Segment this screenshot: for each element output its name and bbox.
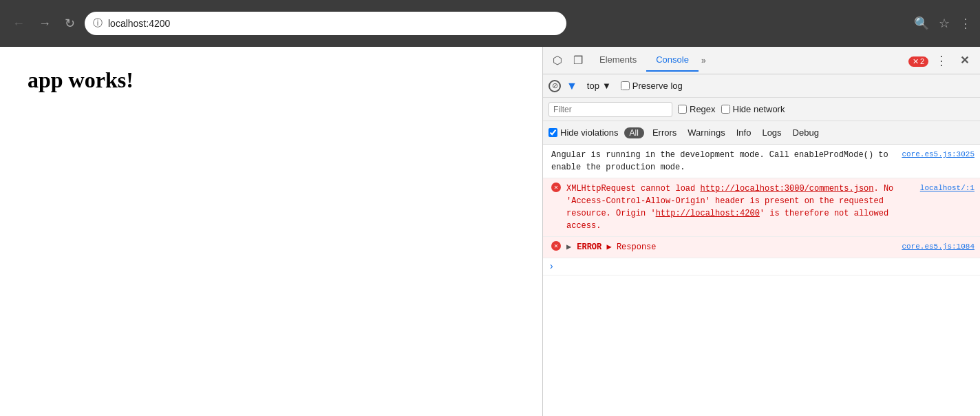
element-picker-button[interactable]: ⬡: [548, 51, 566, 70]
console-toolbar-row1: ⊘ ▼ top ▼ Preserve log: [543, 74, 980, 98]
error-response-source[interactable]: core.es5.js:1084: [902, 241, 974, 253]
angular-info-source[interactable]: core.es5.js:3025: [902, 149, 974, 160]
reload-button[interactable]: ↻: [61, 14, 79, 32]
angular-info-text: Angular is running in the development mo…: [551, 149, 896, 174]
hide-violations-checkbox[interactable]: [548, 128, 557, 137]
logs-filter-button[interactable]: Logs: [759, 126, 784, 139]
all-levels-badge[interactable]: All: [624, 127, 644, 138]
devtools-panel: ⬡ ❐ Elements Console » ✕2 ⋮ ✕ ⊘ ▼: [542, 47, 980, 416]
devtools-more-button[interactable]: ⋮: [931, 50, 952, 71]
regex-checkbox-label[interactable]: Regex: [678, 104, 716, 114]
filter-input[interactable]: [548, 102, 672, 117]
expand-error-button[interactable]: ▶: [566, 241, 571, 253]
devtools-toolbar: ⬡ ❐ Elements Console » ✕2 ⋮ ✕: [543, 47, 980, 74]
console-toolbar-row3: Hide violations All Errors Warnings Info…: [543, 121, 980, 145]
regex-checkbox[interactable]: [678, 105, 687, 114]
console-prompt-chevron: ›: [548, 261, 554, 272]
more-tabs-button[interactable]: »: [699, 53, 709, 68]
devtools-close-button[interactable]: ✕: [955, 51, 974, 70]
error-label: ERROR: [577, 242, 601, 252]
copy-icon: ❐: [573, 54, 583, 66]
bookmark-icon[interactable]: ☆: [939, 16, 950, 31]
hide-network-checkbox[interactable]: [721, 105, 730, 114]
hide-network-checkbox-label[interactable]: Hide network: [721, 104, 785, 114]
error-badge: ✕2: [908, 54, 928, 67]
preserve-log-input[interactable]: [621, 81, 630, 90]
console-message-angular-info: Angular is running in the development mo…: [543, 145, 980, 178]
response-expand-button[interactable]: ▶ Response: [606, 242, 656, 252]
browser-toolbar: ← → ↻ ⓘ 🔍 ☆ ⋮: [0, 0, 980, 47]
cursor-icon: ⬡: [553, 54, 562, 66]
warnings-filter-button[interactable]: Warnings: [685, 126, 727, 139]
cors-error-url1[interactable]: http://localhost:3000/comments.json: [700, 184, 873, 194]
devtools-tabs: Elements Console »: [590, 49, 906, 72]
console-messages: Angular is running in the development mo…: [543, 145, 980, 416]
error-x-icon: ✕: [913, 57, 919, 65]
url-input[interactable]: [108, 18, 558, 29]
console-message-error-response: ✕ ▶ ERROR ▶ Response core.es5.js:1084: [543, 237, 980, 258]
errors-filter-button[interactable]: Errors: [650, 126, 679, 139]
zoom-icon[interactable]: 🔍: [914, 16, 929, 31]
hide-violations-checkbox-label[interactable]: Hide violations: [548, 127, 619, 138]
cors-error-text: XMLHttpRequest cannot load http://localh…: [566, 183, 915, 232]
debug-filter-button[interactable]: Debug: [790, 126, 822, 139]
back-button[interactable]: ←: [8, 14, 29, 32]
page-content: app works!: [0, 47, 542, 416]
info-filter-button[interactable]: Info: [734, 126, 754, 139]
menu-icon[interactable]: ⋮: [959, 16, 972, 31]
tab-elements[interactable]: Elements: [590, 49, 646, 72]
error-icon-response: ✕: [551, 241, 561, 251]
error-icon-cors: ✕: [551, 183, 561, 192]
address-bar[interactable]: ⓘ: [85, 12, 566, 35]
cors-error-url2[interactable]: http://localhost:4200: [656, 209, 760, 218]
page-heading: app works!: [28, 67, 515, 93]
info-icon: ⓘ: [93, 17, 103, 30]
preserve-log-checkbox[interactable]: Preserve log: [621, 81, 683, 91]
main-area: app works! ⬡ ❐ Elements Console » ✕2 ⋮ ✕: [0, 47, 980, 416]
forward-button[interactable]: →: [34, 14, 55, 32]
error-count: ✕2: [908, 56, 928, 67]
clear-console-button[interactable]: ⊘: [548, 80, 561, 92]
console-message-cors-error: ✕ XMLHttpRequest cannot load http://loca…: [543, 178, 980, 237]
filter-icon: ▼: [566, 80, 577, 92]
browser-right-icons: 🔍 ☆ ⋮: [914, 16, 972, 31]
console-prompt-row[interactable]: ›: [543, 258, 980, 275]
tab-console[interactable]: Console: [646, 49, 699, 72]
cors-error-source[interactable]: localhost/:1: [920, 183, 974, 194]
execution-context-dropdown[interactable]: top ▼: [583, 79, 615, 92]
console-toolbar-row2: Regex Hide network: [543, 98, 980, 121]
error-response-text: ERROR ▶ Response: [577, 241, 896, 253]
device-toggle-button[interactable]: ❐: [569, 51, 587, 70]
